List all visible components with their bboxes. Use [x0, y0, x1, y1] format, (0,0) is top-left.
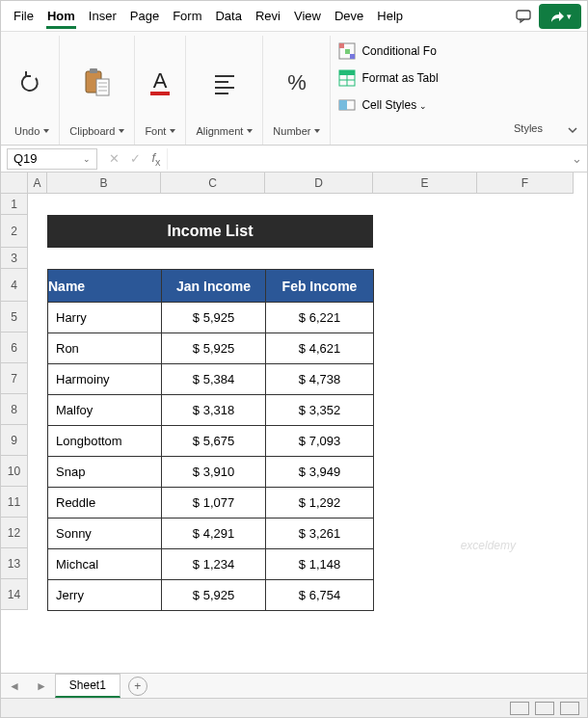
row-header-13[interactable]: 13 [1, 548, 28, 579]
table-cell[interactable]: $ 3,261 [266, 519, 374, 549]
column-header-E[interactable]: E [373, 173, 477, 194]
row-header-12[interactable]: 12 [1, 518, 28, 548]
cell-styles-button[interactable]: Cell Styles ⌄ [338, 93, 550, 117]
row-header-2[interactable]: 2 [1, 215, 28, 248]
table-row[interactable]: Michcal$ 1,234$ 1,148 [48, 549, 374, 580]
column-header-D[interactable]: D [265, 173, 373, 194]
table-row[interactable]: Harry$ 5,925$ 6,221 [48, 303, 374, 333]
table-cell[interactable]: Harmoiny [48, 364, 162, 395]
undo-group[interactable]: Undo [5, 36, 60, 145]
share-button[interactable]: ▾ [539, 4, 581, 29]
font-group[interactable]: A Font [135, 36, 186, 145]
table-header-cell[interactable]: Jan Income [162, 270, 266, 303]
spreadsheet-grid[interactable]: ABCDEF 1234567891011121314 Income List N… [1, 173, 587, 674]
normal-view-button[interactable] [510, 702, 529, 715]
table-row[interactable]: Harmoiny$ 5,384$ 4,738 [48, 364, 374, 395]
formula-input[interactable] [167, 148, 566, 170]
table-row[interactable]: Ron$ 5,925$ 4,621 [48, 333, 374, 364]
table-cell[interactable]: $ 4,291 [162, 519, 266, 549]
table-cell[interactable]: $ 1,077 [162, 488, 266, 519]
row-header-8[interactable]: 8 [1, 394, 28, 425]
column-header-C[interactable]: C [161, 173, 265, 194]
row-header-7[interactable]: 7 [1, 363, 28, 394]
menu-tab-file[interactable]: File [7, 3, 40, 29]
column-headers[interactable]: ABCDEF [28, 173, 574, 194]
table-cell[interactable]: Malfoy [48, 395, 162, 426]
alignment-group[interactable]: Alignment [186, 36, 263, 145]
row-header-9[interactable]: 9 [1, 425, 28, 456]
row-header-10[interactable]: 10 [1, 456, 28, 487]
cells-area[interactable]: Income List NameJan IncomeFeb Income Har… [28, 194, 574, 610]
table-cell[interactable]: $ 7,093 [266, 426, 374, 457]
menu-tab-view[interactable]: View [287, 3, 328, 29]
table-cell[interactable]: $ 1,292 [266, 488, 374, 519]
row-header-3[interactable]: 3 [1, 248, 28, 269]
column-header-F[interactable]: F [477, 173, 574, 194]
table-cell[interactable]: $ 5,925 [162, 303, 266, 333]
table-cell[interactable]: $ 5,925 [162, 333, 266, 364]
table-cell[interactable]: Michcal [48, 549, 162, 580]
confirm-button[interactable]: ✓ [124, 151, 146, 166]
table-cell[interactable]: $ 4,621 [266, 333, 374, 364]
table-cell[interactable]: $ 3,352 [266, 395, 374, 426]
page-layout-button[interactable] [535, 702, 554, 715]
table-row[interactable]: Sonny$ 4,291$ 3,261 [48, 519, 374, 549]
row-header-4[interactable]: 4 [1, 269, 28, 302]
table-cell[interactable]: $ 6,221 [266, 303, 374, 333]
column-header-B[interactable]: B [47, 173, 161, 194]
table-header-cell[interactable]: Name [48, 270, 162, 303]
row-header-1[interactable]: 1 [1, 194, 28, 215]
menu-tab-help[interactable]: Help [370, 3, 410, 29]
sheet-nav-next[interactable]: ► [28, 679, 55, 693]
number-group[interactable]: % Number [263, 36, 331, 145]
menu-tab-page[interactable]: Page [123, 3, 166, 29]
select-all-corner[interactable] [1, 173, 28, 194]
menu-tab-deve[interactable]: Deve [328, 3, 370, 29]
table-cell[interactable]: $ 3,949 [266, 457, 374, 488]
row-header-6[interactable]: 6 [1, 332, 28, 363]
sheet-tab[interactable]: Sheet1 [55, 674, 120, 698]
table-row[interactable]: Malfoy$ 3,318$ 3,352 [48, 395, 374, 426]
format-as-table-button[interactable]: Format as Tabl [338, 66, 550, 90]
table-row[interactable]: Longbottom$ 5,675$ 7,093 [48, 426, 374, 457]
table-cell[interactable]: Sonny [48, 519, 162, 549]
clipboard-group[interactable]: Clipboard [60, 36, 135, 145]
table-cell[interactable]: $ 1,234 [162, 549, 266, 580]
cancel-button[interactable]: ✕ [103, 151, 124, 166]
ribbon-expand[interactable] [558, 36, 587, 145]
name-box[interactable]: Q19 ⌄ [7, 148, 97, 170]
row-header-5[interactable]: 5 [1, 302, 28, 332]
add-sheet-button[interactable]: + [128, 677, 147, 696]
table-cell[interactable]: $ 3,318 [162, 395, 266, 426]
menu-tab-revi[interactable]: Revi [249, 3, 287, 29]
menu-tab-inser[interactable]: Inser [82, 3, 123, 29]
table-cell[interactable]: Longbottom [48, 426, 162, 457]
table-cell[interactable]: $ 6,754 [266, 580, 374, 611]
table-row[interactable]: Reddle$ 1,077$ 1,292 [48, 488, 374, 519]
table-header-row[interactable]: NameJan IncomeFeb Income [48, 270, 374, 303]
column-header-A[interactable]: A [28, 173, 47, 194]
formula-expand[interactable]: ⌄ [566, 151, 587, 166]
menu-tab-form[interactable]: Form [166, 3, 208, 29]
table-cell[interactable]: $ 1,148 [266, 549, 374, 580]
comments-button[interactable] [508, 4, 539, 29]
table-cell[interactable]: Ron [48, 333, 162, 364]
table-cell[interactable]: $ 3,910 [162, 457, 266, 488]
table-cell[interactable]: Reddle [48, 488, 162, 519]
table-cell[interactable]: $ 5,384 [162, 364, 266, 395]
sheet-nav-prev[interactable]: ◄ [1, 679, 28, 693]
table-cell[interactable]: Harry [48, 303, 162, 333]
table-cell[interactable]: $ 5,925 [162, 580, 266, 611]
menu-tab-data[interactable]: Data [208, 3, 248, 29]
table-cell[interactable]: $ 4,738 [266, 364, 374, 395]
fx-button[interactable]: fx [146, 150, 167, 168]
table-row[interactable]: Jerry$ 5,925$ 6,754 [48, 580, 374, 611]
row-header-11[interactable]: 11 [1, 487, 28, 518]
menu-tab-hom[interactable]: Hom [40, 3, 82, 29]
table-cell[interactable]: Snap [48, 457, 162, 488]
row-headers[interactable]: 1234567891011121314 [1, 194, 28, 610]
title-cell[interactable]: Income List [47, 215, 373, 248]
row-header-14[interactable]: 14 [1, 579, 28, 610]
table-header-cell[interactable]: Feb Income [266, 270, 374, 303]
conditional-formatting-button[interactable]: Conditional Fo [338, 40, 550, 63]
